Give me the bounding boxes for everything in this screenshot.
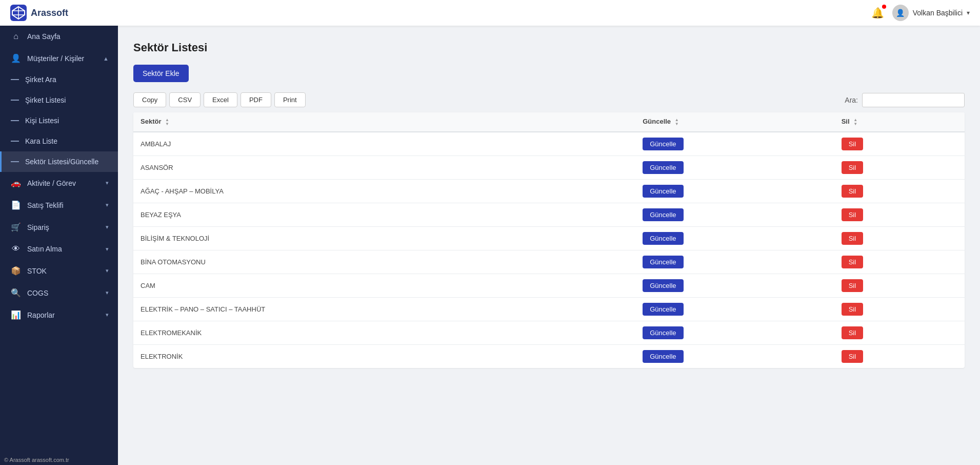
sidebar-item-siparis[interactable]: 🛒 Sipariş ▾ bbox=[0, 216, 118, 238]
copy-button[interactable]: Copy bbox=[133, 92, 166, 107]
cell-sektor: ELEKTRONİK bbox=[133, 344, 635, 368]
cell-sektor: BİNA OTOMASYONU bbox=[133, 250, 635, 274]
cell-sil: Sil bbox=[834, 203, 965, 226]
sil-button[interactable]: Sil bbox=[842, 161, 863, 174]
chart-icon: 📊 bbox=[11, 310, 21, 320]
bell-icon[interactable]: 🔔 bbox=[871, 7, 884, 19]
sil-button[interactable]: Sil bbox=[842, 279, 863, 292]
col-sil[interactable]: Sil ▲▼ bbox=[834, 112, 965, 132]
sidebar-item-satis-teklifi[interactable]: 📄 Satış Teklifi ▾ bbox=[0, 194, 118, 216]
col-guncelle[interactable]: Güncelle ▲▼ bbox=[635, 112, 834, 132]
chevron-icon-satin-alma: ▾ bbox=[106, 246, 109, 253]
pdf-button[interactable]: PDF bbox=[241, 92, 271, 107]
sidebar-label-kisi-listesi: Kişi Listesi bbox=[25, 117, 59, 125]
guncelle-button[interactable]: Güncelle bbox=[643, 303, 683, 316]
sil-button[interactable]: Sil bbox=[842, 208, 863, 221]
car-icon: 🚗 bbox=[11, 178, 21, 188]
sidebar-item-raporlar[interactable]: 📊 Raporlar ▾ bbox=[0, 304, 118, 326]
sil-button[interactable]: Sil bbox=[842, 185, 863, 198]
excel-button[interactable]: Excel bbox=[204, 92, 237, 107]
main-content: Sektör Listesi Sektör Ekle Copy CSV Exce… bbox=[118, 26, 980, 465]
table-row: ASANSÖRGüncelleSil bbox=[133, 156, 965, 179]
sil-button[interactable]: Sil bbox=[842, 256, 863, 268]
table-row: BİLİŞİM & TEKNOLOJİGüncelleSil bbox=[133, 226, 965, 250]
sidebar-item-sirket-ara[interactable]: Şirket Ara bbox=[0, 69, 118, 90]
logo[interactable]: Arassoft bbox=[10, 5, 68, 21]
sidebar-label-kara-liste: Kara Liste bbox=[25, 137, 57, 145]
sidebar-label-sirket-listesi: Şirket Listesi bbox=[25, 96, 66, 104]
sil-button[interactable]: Sil bbox=[842, 350, 863, 363]
avatar: 👤 bbox=[892, 5, 909, 21]
logo-icon bbox=[10, 5, 27, 21]
cell-sil: Sil bbox=[834, 132, 965, 156]
guncelle-button[interactable]: Güncelle bbox=[643, 350, 683, 363]
guncelle-button[interactable]: Güncelle bbox=[643, 256, 683, 268]
sidebar-label-satin-alma: Satın Alma bbox=[27, 245, 62, 253]
user-info[interactable]: 👤 Volkan Başbilici ▾ bbox=[892, 5, 970, 21]
table-body: AMBALAJGüncelleSilASANSÖRGüncelleSilAĞAÇ… bbox=[133, 132, 965, 368]
print-button[interactable]: Print bbox=[274, 92, 306, 107]
sidebar-item-musteriler[interactable]: 👤 Müşteriler / Kişiler ▲ bbox=[0, 47, 118, 69]
dash-icon-sirket-ara bbox=[11, 79, 19, 80]
box-icon: 📦 bbox=[11, 266, 21, 276]
cell-sil: Sil bbox=[834, 179, 965, 203]
table-row: AĞAÇ - AHŞAP – MOBİLYAGüncelleSil bbox=[133, 179, 965, 203]
guncelle-button[interactable]: Güncelle bbox=[643, 185, 683, 198]
page-title: Sektör Listesi bbox=[133, 41, 965, 54]
sidebar-label-musteriler: Müşteriler / Kişiler bbox=[27, 54, 84, 63]
sidebar-item-ana-sayfa[interactable]: ⌂ Ana Sayfa bbox=[0, 26, 118, 47]
sidebar-label-sektor-listesi: Sektör Listesi/Güncelle bbox=[25, 158, 98, 166]
guncelle-button[interactable]: Güncelle bbox=[643, 326, 683, 339]
guncelle-button[interactable]: Güncelle bbox=[643, 279, 683, 292]
sil-button[interactable]: Sil bbox=[842, 232, 863, 245]
sidebar-label-raporlar: Raporlar bbox=[27, 311, 55, 319]
search-input[interactable] bbox=[862, 93, 965, 107]
cell-sektor: BİLİŞİM & TEKNOLOJİ bbox=[133, 226, 635, 250]
doc-icon: 📄 bbox=[11, 200, 21, 210]
sidebar-label-satis-teklifi: Satış Teklifi bbox=[27, 201, 64, 209]
sidebar-item-kisi-listesi[interactable]: Kişi Listesi bbox=[0, 110, 118, 131]
sidebar-item-sektor-listesi[interactable]: Sektör Listesi/Güncelle bbox=[0, 151, 118, 172]
sidebar-label-sirket-ara: Şirket Ara bbox=[25, 75, 56, 84]
sidebar-item-sirket-listesi[interactable]: Şirket Listesi bbox=[0, 90, 118, 110]
col-sektor[interactable]: Sektör ▲▼ bbox=[133, 112, 635, 132]
cell-guncelle: Güncelle bbox=[635, 297, 834, 321]
table-row: BEYAZ EŞYAGüncelleSil bbox=[133, 203, 965, 226]
sort-arrows-sil: ▲▼ bbox=[853, 118, 857, 126]
sidebar-item-aktivite[interactable]: 🚗 Aktivite / Görev ▾ bbox=[0, 172, 118, 194]
sil-button[interactable]: Sil bbox=[842, 138, 863, 150]
guncelle-button[interactable]: Güncelle bbox=[643, 138, 683, 150]
cell-guncelle: Güncelle bbox=[635, 156, 834, 179]
cell-sil: Sil bbox=[834, 226, 965, 250]
cell-sil: Sil bbox=[834, 156, 965, 179]
chevron-icon-cogs: ▾ bbox=[106, 289, 109, 296]
logo-text: Arassoft bbox=[31, 8, 68, 18]
sidebar-item-stok[interactable]: 📦 STOK ▾ bbox=[0, 260, 118, 282]
csv-button[interactable]: CSV bbox=[169, 92, 201, 107]
add-sector-button[interactable]: Sektör Ekle bbox=[133, 65, 189, 82]
sidebar-label-cogs: COGS bbox=[27, 289, 48, 297]
watermark: © Arassoft arassoft.com.tr bbox=[0, 455, 118, 465]
cell-sektor: AĞAÇ - AHŞAP – MOBİLYA bbox=[133, 179, 635, 203]
chevron-icon-raporlar: ▾ bbox=[106, 312, 109, 318]
table-row: ELEKTROMEKANİKGüncelleSil bbox=[133, 321, 965, 344]
guncelle-button[interactable]: Güncelle bbox=[643, 232, 683, 245]
data-table: Sektör ▲▼ Güncelle ▲▼ Sil ▲▼ AMBALAJGünc… bbox=[133, 112, 965, 368]
sil-button[interactable]: Sil bbox=[842, 326, 863, 339]
sidebar-label-ana-sayfa: Ana Sayfa bbox=[27, 32, 61, 41]
guncelle-button[interactable]: Güncelle bbox=[643, 208, 683, 221]
sidebar-item-cogs[interactable]: 🔍 COGS ▾ bbox=[0, 282, 118, 304]
sidebar-item-satin-alma[interactable]: 👁 Satın Alma ▾ bbox=[0, 238, 118, 260]
cell-guncelle: Güncelle bbox=[635, 226, 834, 250]
sil-button[interactable]: Sil bbox=[842, 303, 863, 316]
eye-icon: 👁 bbox=[11, 244, 21, 254]
sidebar-label-aktivite: Aktivite / Görev bbox=[27, 179, 76, 187]
guncelle-button[interactable]: Güncelle bbox=[643, 161, 683, 174]
cell-sektor: ELEKTROMEKANİK bbox=[133, 321, 635, 344]
layout: ⌂ Ana Sayfa 👤 Müşteriler / Kişiler ▲ Şir… bbox=[0, 26, 980, 465]
table-row: ELEKTRONİKGüncelleSil bbox=[133, 344, 965, 368]
chevron-icon-aktivite: ▾ bbox=[106, 180, 109, 186]
home-icon: ⌂ bbox=[11, 32, 21, 41]
table-header: Sektör ▲▼ Güncelle ▲▼ Sil ▲▼ bbox=[133, 112, 965, 132]
sidebar-item-kara-liste[interactable]: Kara Liste bbox=[0, 131, 118, 151]
